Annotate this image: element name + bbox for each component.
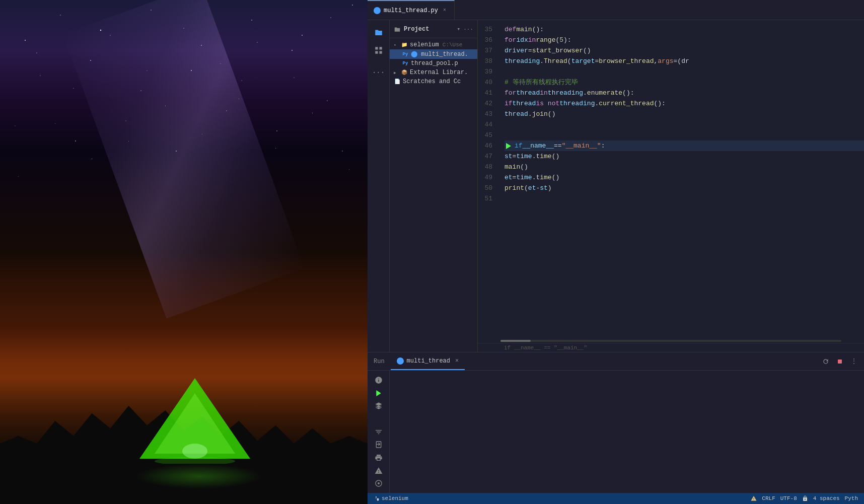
status-python[interactable]: Pyth [843,495,860,501]
wallpaper-background [0,0,368,504]
tree-arrow-icon: ▾ [394,43,399,47]
code-line-36: for idx in range ( 5 ): [505,35,864,45]
code-line-46: if __name__ == "__main__" : [505,140,864,151]
tent-ground-glow [136,464,262,489]
code-editor[interactable]: 35 36 37 38 39 40 41 42 43 44 45 46 47 4… [478,20,864,352]
scrollbar-track[interactable] [500,340,841,342]
run-terminal-icon[interactable] [371,439,387,450]
run-print-icon[interactable] [371,452,387,463]
tab-close-button[interactable]: × [441,7,448,14]
code-line-42: if thread is not threading . current_thr… [505,98,864,109]
file-label-multithread: ⬤ multi_thread. [411,50,473,58]
py-file-icon-2: Py [402,60,409,67]
run-warning-icon[interactable] [371,465,387,476]
code-line-43: thread . join () [505,109,864,119]
status-crlf[interactable]: CRLF [760,495,777,501]
run-layers-icon[interactable] [371,400,387,411]
sidebar-folder-icon[interactable] [371,24,387,40]
code-content[interactable]: def main (): for idx in range ( [500,20,864,339]
scratches-label: Scratches and Cc [403,78,473,85]
sidebar-icons: ··· [368,20,390,352]
code-line-37: driver = start_browser () [505,45,864,56]
code-line-49: et = time . time () [505,172,864,183]
run-output-area [390,371,864,493]
spaces-label: 4 spaces [813,495,840,501]
svg-rect-29 [379,51,382,54]
run-tab-label[interactable]: Run [368,352,391,370]
stop-button[interactable] [834,355,846,368]
status-warning[interactable] [749,495,759,501]
run-sidebar-icons [368,371,390,493]
scrollbar-thumb[interactable] [500,340,531,342]
status-spaces[interactable]: 4 spaces [811,495,842,501]
svg-point-24 [182,444,207,459]
scratches-icon: 📄 [394,78,401,85]
tent [139,373,250,464]
branch-name: selenium [382,495,408,501]
run-tab-file[interactable]: multi_thread × [391,352,465,370]
run-play-icon[interactable] [371,388,387,399]
code-line-35: def main (): [505,24,864,35]
sidebar-structure-icon[interactable] [371,42,387,58]
code-line-44 [505,119,864,130]
tab-filename: multi_thread.py [384,7,438,14]
tree-root-folder[interactable]: ▾ 📁 selenium C:\Use [390,40,477,49]
code-line-39 [505,66,864,77]
status-git-branch[interactable]: selenium [372,495,410,501]
run-debug-icon[interactable] [371,375,387,386]
tree-file-multithread[interactable]: Py ⬤ multi_thread. [390,49,477,59]
run-git-icon[interactable] [371,478,387,489]
status-right-items: CRLF UTF-8 4 spaces Pyth [749,495,860,501]
py-file-icon: Py [402,51,409,58]
warning-icon [751,495,757,501]
project-panel: Project ▾ ··· ▾ 📁 selenium C:\Use [390,20,478,352]
external-lib-label: External Librar. [410,69,473,76]
code-line-47: st = time . time () [505,151,864,162]
code-line-48: main () [505,162,864,172]
svg-rect-31 [838,359,842,364]
code-line-38: threading . Thread ( target = browser_th… [505,56,864,66]
charset-label: UTF-8 [780,495,797,501]
active-tab[interactable]: multi_thread.py × [368,0,455,20]
run-tab-close[interactable]: × [455,357,459,365]
svg-rect-28 [375,51,378,54]
run-content [368,371,864,493]
sidebar-more-icon[interactable]: ··· [371,64,387,81]
svg-rect-27 [379,47,382,49]
title-bar: multi_thread.py × [368,0,864,20]
run-panel-header: Run multi_thread × ⋮ [368,352,864,371]
root-folder-name: selenium C:\Use [410,41,473,48]
folder-icon: 📁 [401,41,408,48]
code-scroll-area[interactable]: 35 36 37 38 39 40 41 42 43 44 45 46 47 4… [478,20,864,339]
project-more-icon[interactable]: ··· [463,26,473,32]
project-dropdown-icon[interactable]: ▾ [457,26,461,32]
ide-panel: multi_thread.py × ··· [368,0,864,504]
code-line-51 [505,193,864,204]
run-panel: Run multi_thread × ⋮ [368,352,864,493]
project-header: Project ▾ ··· [390,20,477,38]
tree-arrow-ext: ▶ [394,70,399,75]
run-filter-icon[interactable] [371,426,387,438]
code-line-45 [505,130,864,140]
editor-scrollbar[interactable] [478,339,864,343]
lock-icon [802,495,808,501]
status-charset[interactable]: UTF-8 [778,495,799,501]
run-tab-file-icon [397,357,404,365]
run-scroll-icon[interactable] [371,413,387,424]
status-lock[interactable] [800,495,810,501]
project-folder-icon [394,26,401,33]
code-line-50: print ( et - st ) [505,183,864,193]
run-tab-filename: multi_thread [407,357,450,365]
minimap-hint: if __name__ == "__main__" [478,343,864,352]
more-options-button[interactable]: ⋮ [848,355,860,368]
project-title: Project [404,26,454,33]
tree-external-libs[interactable]: ▶ 📦 External Librar. [390,68,477,77]
run-arrow-icon[interactable] [505,142,513,150]
file-label-threadpool: thread_pool.p [411,60,473,67]
line-numbers: 35 36 37 38 39 40 41 42 43 44 45 46 47 4… [478,20,500,339]
tree-scratches[interactable]: 📄 Scratches and Cc [390,77,477,86]
rerun-button[interactable] [820,355,832,368]
main-container: multi_thread.py × ··· [0,0,864,504]
tree-file-threadpool[interactable]: Py thread_pool.p [390,59,477,68]
run-toolbar: ⋮ [816,352,864,370]
